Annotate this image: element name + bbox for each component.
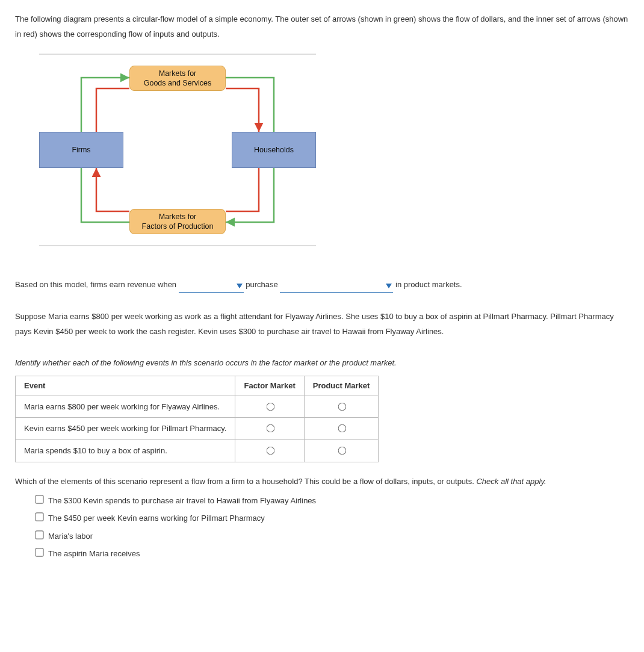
th-factor: Factor Market [235,376,304,396]
radio-factor-1[interactable] [266,424,274,433]
markets-factors-box: Markets for Factors of Production [129,209,226,234]
dropdown-1[interactable] [179,281,244,293]
check-option-2[interactable]: Maria's labor [33,529,629,542]
radio-factor-0[interactable] [266,402,274,411]
check-label: The $300 Kevin spends to purchase air tr… [48,496,316,505]
event-cell: Maria earns $800 per week working for Fl… [16,396,235,418]
radio-product-0[interactable] [338,402,346,411]
check-label: Maria's labor [48,532,93,541]
firms-box: Firms [39,132,123,168]
check-label: The $450 per week Kevin earns working fo… [48,514,265,523]
households-box: Households [232,132,316,168]
checkbox-1[interactable] [35,513,43,521]
table-header-row: Event Factor Market Product Market [16,376,379,396]
checkbox-0[interactable] [35,495,43,504]
markets-goods-box: Markets for Goods and Services [129,66,226,91]
th-event: Event [16,376,235,396]
chevron-down-icon [237,284,243,288]
table-row: Maria earns $800 per week working for Fl… [16,396,379,418]
checkbox-3[interactable] [35,548,43,556]
check-label: The aspirin Maria receives [48,549,140,558]
sentence-pre: Based on this model, firms earn revenue … [15,280,179,289]
event-cell: Maria spends $10 to buy a box of aspirin… [16,439,235,462]
check-option-0[interactable]: The $300 Kevin spends to purchase air tr… [33,494,629,506]
dropdown-2[interactable] [280,281,393,293]
radio-product-2[interactable] [338,447,346,455]
check-prompt-a: Which of the elements of this scenario r… [15,477,476,486]
sentence-post: in product markets. [395,280,462,289]
check-prompt: Which of the elements of this scenario r… [15,474,629,489]
fill-sentence: Based on this model, firms earn revenue … [15,278,629,293]
checkbox-2[interactable] [35,530,43,539]
table-prompt: Identify whether each of the following e… [15,356,629,371]
events-table: Event Factor Market Product Market Maria… [15,376,379,462]
check-option-1[interactable]: The $450 per week Kevin earns working fo… [33,511,629,524]
check-prompt-b: Check all that apply. [476,477,546,486]
event-cell: Kevin earns $450 per week working for Pi… [16,418,235,440]
diagram-container: Markets for Goods and Services Firms Hou… [39,54,316,246]
intro-text: The following diagram presents a circula… [15,12,629,42]
check-option-3[interactable]: The aspirin Maria receives [33,547,629,559]
scenario-text: Suppose Maria earns $800 per week workin… [15,309,629,339]
circular-flow-diagram: Markets for Goods and Services Firms Hou… [39,60,316,240]
chevron-down-icon [386,284,392,288]
radio-product-1[interactable] [338,424,346,433]
checkbox-list: The $300 Kevin spends to purchase air tr… [33,494,629,559]
th-product: Product Market [304,376,379,396]
sentence-mid: purchase [246,280,280,289]
table-row: Maria spends $10 to buy a box of aspirin… [16,439,379,462]
radio-factor-2[interactable] [266,447,274,455]
table-row: Kevin earns $450 per week working for Pi… [16,418,379,440]
